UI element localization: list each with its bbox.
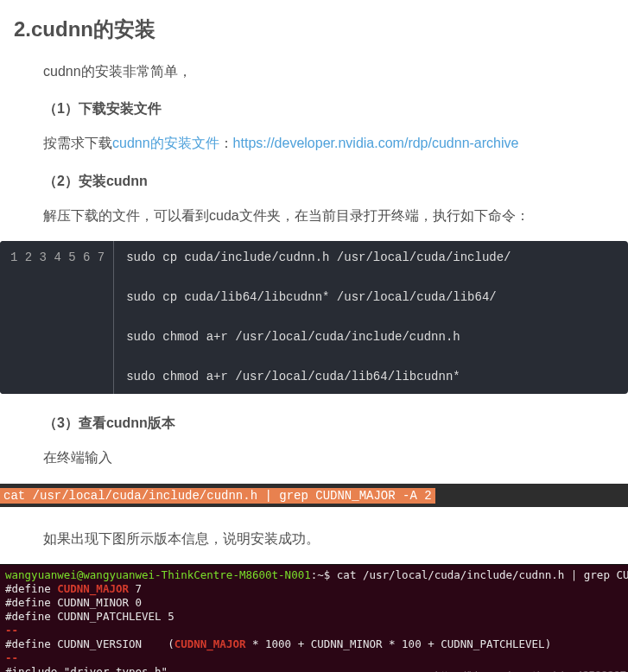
cudnn-file-link[interactable]: cudnn的安装文件 (112, 136, 219, 150)
terminal-line-1a: #define (5, 582, 57, 595)
install-paragraph: 解压下载的文件，可以看到cuda文件夹，在当前目录打开终端，执行如下命令： (43, 203, 614, 229)
subsection-1-title: （1）下载安装文件 (43, 100, 614, 118)
result-note: 如果出现下图所示版本信息，说明安装成功。 (43, 526, 614, 552)
subsection-3-title: （3）查看cudnn版本 (43, 415, 614, 433)
terminal-line-4c: * 1000 + CUDNN_MINOR * 100 + CUDNN_PATCH… (245, 637, 551, 650)
terminal-prompt-user: wangyuanwei@wangyuanwei-ThinkCentre-M860… (5, 568, 311, 581)
terminal-line-3: #define CUDNN_PATCHLEVEL 5 (5, 610, 174, 623)
watermark: https://blog.csdn.net/weixin_43502307 (435, 669, 626, 672)
subsection-2-title: （2）安装cudnn (43, 173, 614, 191)
code-block-check[interactable]: cat /usr/local/cuda/include/cudnn.h | gr… (0, 484, 628, 507)
terminal-line-1c: 7 (129, 582, 142, 595)
cudnn-archive-link[interactable]: https://developer.nvidia.com/rdp/cudnn-a… (233, 136, 519, 150)
intro-text: cudnn的安装非常简单， (43, 59, 614, 85)
terminal-prompt-path: ~ (317, 568, 324, 581)
terminal-gap: -- (5, 624, 18, 637)
text-before-link: 按需求下载 (43, 136, 112, 150)
terminal-line-1b: CUDNN_MAJOR (57, 582, 129, 595)
download-paragraph: 按需求下载cudnn的安装文件：https://developer.nvidia… (43, 130, 614, 156)
code-check-content: cat /usr/local/cuda/include/cudnn.h | gr… (0, 488, 435, 504)
section-heading: 2.cudnn的安装 (14, 16, 614, 43)
terminal-gap-2: -- (5, 651, 18, 664)
link-separator: ： (219, 136, 233, 150)
terminal-cmd: cat /usr/local/cuda/include/cudnn.h | gr… (337, 568, 628, 581)
code-content: sudo cp cuda/include/cudnn.h /usr/local/… (114, 241, 628, 394)
code-block-install[interactable]: 1 2 3 4 5 6 7 sudo cp cuda/include/cudnn… (0, 241, 628, 394)
terminal-prompt-end: $ (324, 568, 337, 581)
terminal-line-5: #include "driver_types.h" (5, 665, 168, 672)
terminal-line-4a: #define CUDNN_VERSION ( (5, 637, 174, 650)
terminal-line-4b: CUDNN_MAJOR (174, 637, 246, 650)
check-version-paragraph: 在终端输入 (43, 445, 614, 471)
terminal-line-2: #define CUDNN_MINOR 0 (5, 596, 142, 609)
terminal-output: wangyuanwei@wangyuanwei-ThinkCentre-M860… (0, 564, 628, 672)
code-gutter: 1 2 3 4 5 6 7 (0, 241, 114, 394)
